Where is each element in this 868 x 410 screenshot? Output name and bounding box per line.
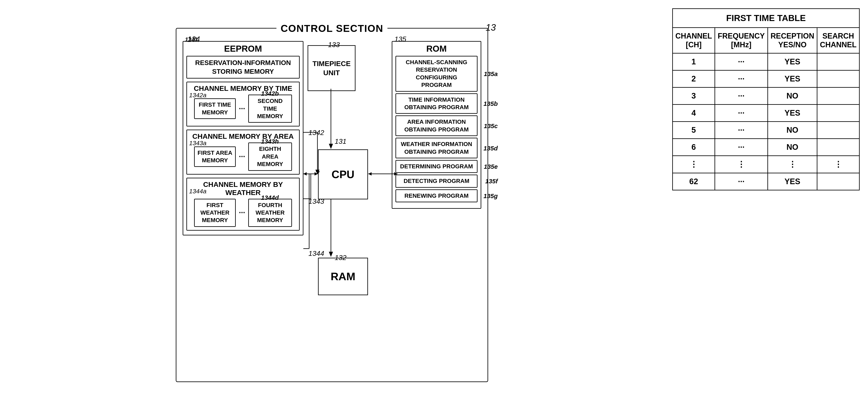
dots-area: ··· [239,152,245,161]
program-135f: DETECTING PROGRAM 135f [396,175,477,187]
dots-middle: ··· [239,105,245,113]
label-135d: 135d [484,144,498,152]
first-time-memory: FIRST TIMEMEMORY [194,98,236,119]
diagram-wrapper: CONTROL SECTION 13 134 EEPROM 1341 RESER… [8,8,656,402]
label-1344: 1344 [308,250,324,258]
label-135: 135 [395,35,406,43]
time-memories: 1342a FIRST TIMEMEMORY ··· 1342b SECOND … [189,95,297,123]
label-1344a: 1344a [189,188,206,195]
cell-channel-0: 1 [673,53,715,70]
cell-search-0 [817,53,860,70]
cell-search-7 [817,173,860,190]
cell-reception-0: YES [768,53,817,70]
eighth-area-memory: 1343h EIGHTH AREAMEMORY [248,143,292,171]
cell-channel-7: 62 [673,173,715,190]
cell-search-2 [817,88,860,105]
channel-mem-weather: CHANNEL MEMORY BY WEATHER 1344a FIRST WE… [186,178,300,231]
table-row: 2···YES [673,70,860,88]
first-area-memory: FIRST AREAMEMORY [194,146,236,167]
table-title: FIRST TIME TABLE [672,8,860,27]
label-131: 131 [335,137,346,145]
label-1342a: 1342a [189,92,206,99]
cell-frequency-2: ··· [715,88,768,105]
svg-marker-1 [329,144,333,149]
cell-channel-4: 5 [673,122,715,139]
program-135g: RENEWING PROGRAM 135g [396,189,477,202]
rom-title: ROM [396,44,477,54]
area-memories: 1343a FIRST AREAMEMORY ··· 1343h EIGHTH … [189,143,297,171]
label-132: 132 [335,254,346,262]
cell-frequency-1: ··· [715,70,768,88]
dots-weather: ··· [239,208,245,217]
first-time-table: CHANNEL[CH] FREQUENCY[MHz] RECEPTIONYES/… [672,27,860,191]
cell-channel-6: ⋮ [673,156,715,173]
program-135c: AREA INFORMATIONOBTAINING PROGRAM 135c [396,115,477,136]
second-time-memory: 1342b SECOND TIMEMEMORY [248,95,292,123]
label-135c: 135c [484,122,498,130]
cell-frequency-5: ··· [715,139,768,156]
channel-mem-time: CHANNEL MEMORY BY TIME 1342a FIRST TIMEM… [186,82,300,126]
table-body: 1···YES2···YES3···NO4···YES5···NO6···NO⋮… [673,53,860,190]
cell-frequency-3: ··· [715,105,768,122]
cpu-label: CPU [332,168,354,181]
page-container: CONTROL SECTION 13 134 EEPROM 1341 RESER… [8,8,860,402]
cell-frequency-0: ··· [715,53,768,70]
table-header-row: CHANNEL[CH] FREQUENCY[MHz] RECEPTIONYES/… [673,28,860,53]
eeprom-title: EEPROM [186,44,300,54]
col-channel: CHANNEL[CH] [673,28,715,53]
label-135f: 135f [485,177,498,185]
fig-label-13: 13 [486,22,496,33]
col-search: SEARCHCHANNEL [817,28,860,53]
program-135a: CHANNEL-SCANNINGRESERVATIONCONFIGURINGPR… [396,56,477,92]
col-frequency: FREQUENCY[MHz] [715,28,768,53]
cell-search-3 [817,105,860,122]
table-row: 1···YES [673,53,860,70]
table-wrapper: FIRST TIME TABLE CHANNEL[CH] FREQUENCY[M… [672,8,860,191]
label-1344d: 1344d [251,194,289,202]
label-135g: 135g [484,192,498,200]
cell-search-5 [817,139,860,156]
cell-search-6: ⋮ [817,156,860,173]
cell-reception-7: YES [768,173,817,190]
svg-marker-3 [329,252,333,257]
program-135d: WEATHER INFORMATIONOBTAINING PROGRAM 135… [396,138,477,158]
cell-reception-1: YES [768,70,817,88]
cell-channel-5: 6 [673,139,715,156]
timepiece-box: TIMEPIECEUNIT [308,45,355,91]
cell-reception-3: YES [768,105,817,122]
cell-reception-2: NO [768,88,817,105]
label-1343h: 1343h [251,137,289,145]
svg-marker-18 [368,172,372,176]
label-1342: 1342 [308,128,324,137]
svg-marker-15 [314,172,318,176]
program-135b: TIME INFORMATIONOBTAINING PROGRAM 135b [396,93,477,114]
cell-reception-6: ⋮ [768,156,817,173]
reservation-box: 1341 RESERVATION-INFORMATIONSTORING MEMO… [186,56,300,79]
label-135e: 135e [484,163,498,171]
weather-memories: 1344a FIRST WEATHERMEMORY ··· 1344d FOUR… [189,199,297,227]
ram-box: RAM [318,258,368,295]
fourth-weather-memory: 1344d FOURTH WEATHERMEMORY [248,199,292,227]
eeprom-section: 134 EEPROM 1341 RESERVATION-INFORMATIONS… [183,41,303,235]
first-weather-memory: FIRST WEATHERMEMORY [194,199,236,227]
cell-reception-4: NO [768,122,817,139]
cpu-box: CPU [318,149,368,199]
label-1341: 1341 [185,36,198,43]
cell-channel-3: 4 [673,105,715,122]
cell-reception-5: NO [768,139,817,156]
table-row: 3···NO [673,88,860,105]
rom-section: 135 ROM CHANNEL-SCANNINGRESERVATIONCONFI… [392,41,481,209]
label-1343a: 1343a [189,140,206,147]
cell-search-4 [817,122,860,139]
cell-channel-2: 3 [673,88,715,105]
table-row: ⋮⋮⋮⋮ [673,156,860,173]
table-row: 6···NO [673,139,860,156]
table-row: 5···NO [673,122,860,139]
cell-search-1 [817,70,860,88]
table-row: 4···YES [673,105,860,122]
control-section-outer: CONTROL SECTION 13 134 EEPROM 1341 RESER… [176,28,488,382]
svg-marker-14 [303,172,307,176]
label-1343: 1343 [308,197,324,205]
channel-mem-area: CHANNEL MEMORY BY AREA 1343a FIRST AREAM… [186,129,300,174]
cell-channel-1: 2 [673,70,715,88]
